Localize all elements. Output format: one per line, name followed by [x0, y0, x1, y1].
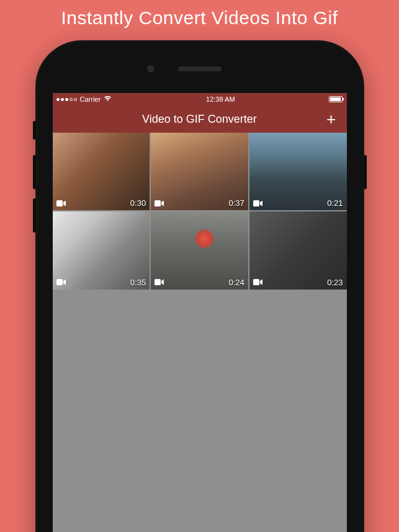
svg-rect-1	[155, 200, 161, 206]
carrier-label: Carrier	[80, 95, 101, 103]
svg-rect-3	[56, 279, 63, 285]
power-button	[364, 155, 367, 189]
phone-frame: Carrier 12:38 AM Video to GIF Converter …	[35, 40, 364, 532]
mute-switch	[33, 121, 36, 140]
video-duration: 0:35	[130, 278, 146, 287]
video-duration: 0:37	[229, 198, 244, 208]
signal-icon	[56, 98, 77, 101]
video-duration: 0:24	[229, 278, 244, 287]
nav-bar: Video to GIF Converter +	[53, 105, 347, 133]
add-button[interactable]: +	[322, 105, 341, 133]
video-icon	[56, 200, 66, 206]
video-grid: 0:30 0:37 0:21	[53, 133, 347, 290]
video-icon	[56, 279, 66, 285]
wifi-icon	[104, 95, 112, 103]
video-icon	[155, 279, 164, 285]
video-icon	[155, 200, 164, 206]
video-duration: 0:30	[130, 198, 146, 208]
status-bar: Carrier 12:38 AM	[53, 93, 347, 105]
video-icon	[253, 200, 262, 206]
marketing-banner: Instantly Convert Videos Into Gif	[0, 0, 399, 29]
video-thumbnail[interactable]: 0:21	[249, 133, 347, 210]
volume-up-button	[33, 155, 36, 189]
video-thumbnail[interactable]: 0:35	[53, 211, 150, 289]
page-title: Video to GIF Converter	[142, 113, 257, 126]
status-time: 12:38 AM	[206, 95, 235, 103]
volume-down-button	[33, 198, 36, 233]
svg-rect-5	[253, 279, 259, 285]
phone-camera	[147, 65, 155, 73]
battery-icon	[329, 96, 343, 102]
svg-rect-2	[253, 200, 259, 206]
svg-rect-4	[155, 279, 161, 285]
video-thumbnail[interactable]: 0:24	[151, 211, 248, 289]
svg-rect-0	[56, 200, 63, 206]
video-thumbnail[interactable]: 0:23	[249, 211, 347, 289]
video-icon	[253, 279, 262, 285]
screen: Carrier 12:38 AM Video to GIF Converter …	[53, 93, 347, 532]
video-duration: 0:23	[327, 278, 343, 287]
video-duration: 0:21	[327, 198, 343, 208]
phone-speaker	[178, 66, 222, 71]
video-thumbnail[interactable]: 0:37	[151, 133, 248, 210]
video-thumbnail[interactable]: 0:30	[53, 133, 150, 210]
